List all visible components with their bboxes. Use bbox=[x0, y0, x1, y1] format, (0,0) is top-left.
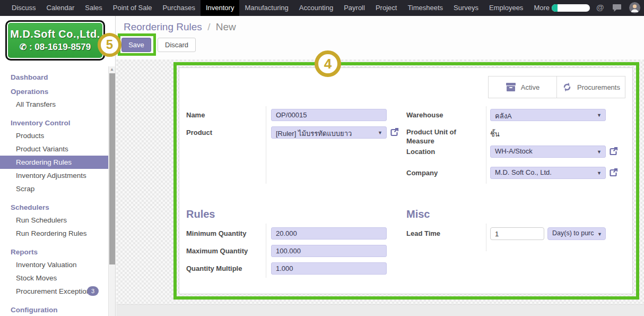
maximum-quantity-input[interactable] bbox=[271, 245, 387, 257]
column-separator bbox=[486, 224, 486, 251]
company-phone: ✆ : 08-1619-8579 bbox=[7, 42, 103, 53]
sidebar-item-procurement-exceptions[interactable]: Procurement Exceptions 3 bbox=[0, 285, 108, 298]
column-separator bbox=[266, 224, 266, 278]
lead-time-label: Lead Time bbox=[406, 229, 440, 237]
warehouse-caret-icon: ▼ bbox=[597, 113, 602, 118]
lead-time-input[interactable] bbox=[490, 227, 544, 240]
location-caret-icon: ▼ bbox=[597, 149, 602, 155]
mentions-icon[interactable]: @ bbox=[596, 3, 604, 12]
stat-buttons: Active Procurements bbox=[488, 76, 625, 98]
content-footer-strip bbox=[116, 304, 644, 316]
nav-item-calendar[interactable]: Calendar bbox=[41, 0, 80, 16]
lead-time-unit-select[interactable]: Day(s) to purc ▼ bbox=[547, 227, 606, 240]
company-dropdown[interactable]: M.D. Soft Co., Ltd. ▼ bbox=[490, 167, 606, 179]
sidebar-menu: Dashboard Operations All Transfers Inven… bbox=[0, 69, 108, 316]
user-avatar[interactable] bbox=[629, 2, 640, 13]
nav-item-discuss[interactable]: Discuss bbox=[6, 0, 41, 16]
refresh-icon bbox=[562, 82, 572, 92]
location-value: WH-A/Stock bbox=[495, 147, 533, 155]
sidebar-heading-dashboard[interactable]: Dashboard bbox=[0, 71, 108, 83]
procurements-stat-button[interactable]: Procurements bbox=[556, 76, 625, 98]
product-value: [Ruler] ไม้บรรทัดแบบยาว bbox=[276, 130, 352, 138]
nav-item-sales[interactable]: Sales bbox=[80, 0, 108, 16]
rules-section-title: Rules bbox=[186, 208, 215, 220]
product-label: Product bbox=[186, 129, 212, 136]
nav-item-surveys[interactable]: Surveys bbox=[448, 0, 484, 16]
nav-item-more[interactable]: More bbox=[528, 0, 555, 16]
sidebar-item-run-reordering-rules[interactable]: Run Reordering Rules bbox=[0, 227, 108, 240]
warehouse-value: คลังA bbox=[495, 112, 512, 120]
sidebar-item-inventory-adjustments[interactable]: Inventory Adjustments bbox=[0, 169, 108, 182]
nav-item-purchases[interactable]: Purchases bbox=[158, 0, 201, 16]
chat-bubble-icon[interactable] bbox=[612, 4, 622, 14]
company-caret-icon: ▼ bbox=[597, 170, 602, 176]
phone-separator: : bbox=[29, 42, 32, 52]
active-stat-button[interactable]: Active bbox=[489, 76, 556, 98]
sidebar-item-all-transfers[interactable]: All Transfers bbox=[0, 98, 108, 111]
top-nav-bar: Discuss Calendar Sales Point of Sale Pur… bbox=[0, 0, 644, 16]
sidebar-item-reordering-rules[interactable]: Reordering Rules bbox=[0, 156, 108, 169]
sidebar: M.D.Soft Co.,Ltd. ✆ : 08-1619-8579 Dashb… bbox=[0, 16, 116, 316]
sidebar-heading-inventory-control[interactable]: Inventory Control bbox=[0, 117, 108, 129]
location-dropdown[interactable]: WH-A/Stock ▼ bbox=[490, 146, 606, 158]
breadcrumb-parent-link[interactable]: Reordering Rules bbox=[124, 21, 202, 32]
sidebar-heading-schedulers[interactable]: Schedulers bbox=[0, 201, 108, 213]
scrollbar-thumb[interactable] bbox=[109, 73, 115, 264]
product-external-link-icon[interactable] bbox=[390, 127, 399, 136]
sidebar-heading-configuration[interactable]: Configuration bbox=[0, 304, 108, 316]
breadcrumb: Reordering Rules / New bbox=[124, 21, 236, 33]
active-stat-label: Active bbox=[521, 83, 539, 91]
sidebar-item-product-variants[interactable]: Product Variants bbox=[0, 142, 108, 156]
uom-value: ชิ้น bbox=[490, 129, 500, 140]
maximum-quantity-label: Maximum Quantity bbox=[186, 247, 248, 255]
nav-item-point-of-sale[interactable]: Point of Sale bbox=[108, 0, 158, 16]
sidebar-scrollbar[interactable]: ▲ bbox=[108, 66, 115, 316]
column-separator bbox=[486, 106, 486, 184]
location-label: Location bbox=[406, 148, 435, 156]
sidebar-item-stock-moves[interactable]: Stock Moves bbox=[0, 271, 108, 285]
scroll-up-icon[interactable]: ▲ bbox=[109, 66, 115, 73]
minimum-quantity-label: Minimum Quantity bbox=[186, 229, 246, 237]
nav-item-project[interactable]: Project bbox=[370, 0, 402, 16]
location-external-link-icon[interactable] bbox=[609, 147, 618, 156]
form-sheet: Active Procurements Name Product [Ruler]… bbox=[179, 67, 633, 294]
nav-item-employees[interactable]: Employees bbox=[484, 0, 528, 16]
phone-icon: ✆ bbox=[20, 42, 27, 52]
lead-time-unit-value: Day(s) to purc bbox=[552, 229, 594, 237]
sidebar-item-inventory-valuation[interactable]: Inventory Valuation bbox=[0, 258, 108, 271]
company-label: Company bbox=[406, 169, 438, 177]
sidebar-item-scrap[interactable]: Scrap bbox=[0, 182, 108, 195]
nav-item-inventory[interactable]: Inventory bbox=[201, 0, 239, 16]
company-logo: M.D.Soft Co.,Ltd. ✆ : 08-1619-8579 bbox=[5, 20, 105, 61]
timer-progress bbox=[552, 4, 558, 12]
nav-item-payroll[interactable]: Payroll bbox=[338, 0, 370, 16]
sidebar-heading-operations[interactable]: Operations bbox=[0, 86, 108, 98]
discard-button[interactable]: Discard bbox=[158, 38, 196, 52]
archive-icon bbox=[506, 82, 516, 92]
warehouse-label: Warehouse bbox=[406, 111, 443, 119]
nav-item-manufacturing[interactable]: Manufacturing bbox=[239, 0, 293, 16]
warehouse-select[interactable]: คลังA ▼ bbox=[490, 109, 606, 121]
company-name: M.D.Soft Co.,Ltd. bbox=[7, 28, 103, 40]
uom-label: Product Unit of Measure bbox=[406, 127, 470, 146]
nav-item-accounting[interactable]: Accounting bbox=[294, 0, 338, 16]
annotation-step-5: 5 bbox=[98, 33, 121, 57]
procurement-exceptions-label: Procurement Exceptions bbox=[16, 287, 94, 295]
misc-section-title: Misc bbox=[406, 208, 430, 220]
nav-item-timesheets[interactable]: Timesheets bbox=[402, 0, 448, 16]
product-dropdown[interactable]: [Ruler] ไม้บรรทัดแบบยาว ▼ bbox=[271, 126, 387, 139]
procurement-exceptions-badge: 3 bbox=[87, 286, 99, 296]
name-input[interactable] bbox=[271, 109, 387, 121]
sidebar-item-run-schedulers[interactable]: Run Schedulers bbox=[0, 213, 108, 227]
breadcrumb-separator: / bbox=[205, 21, 213, 32]
sidebar-heading-reports[interactable]: Reports bbox=[0, 246, 108, 258]
timer-widget[interactable] bbox=[552, 4, 590, 12]
column-separator bbox=[266, 106, 266, 184]
company-external-link-icon[interactable] bbox=[609, 168, 618, 177]
sidebar-item-products[interactable]: Products bbox=[0, 129, 108, 142]
app-window: Discuss Calendar Sales Point of Sale Pur… bbox=[0, 0, 644, 316]
quantity-multiple-label: Quantity Multiple bbox=[186, 264, 242, 272]
procurements-stat-label: Procurements bbox=[577, 83, 620, 91]
quantity-multiple-input[interactable] bbox=[271, 262, 387, 275]
minimum-quantity-input[interactable] bbox=[271, 227, 387, 240]
